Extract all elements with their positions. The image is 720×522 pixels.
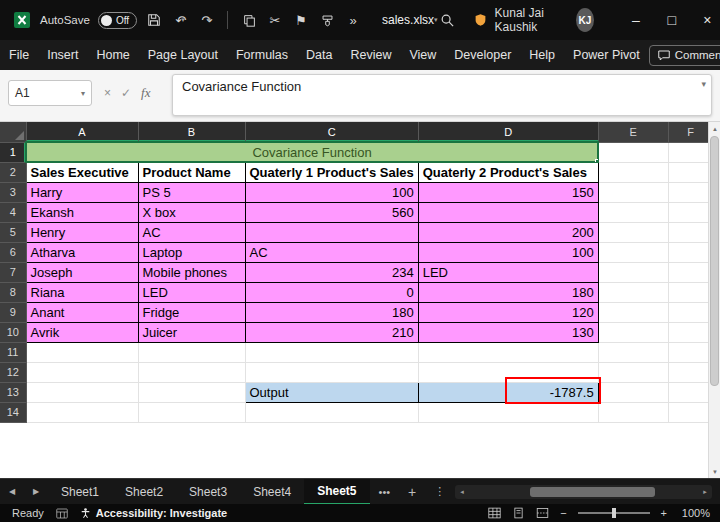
cell[interactable] (668, 262, 713, 282)
select-all-button[interactable] (0, 122, 26, 142)
horizontal-scrollbar[interactable]: ◂ ▸ (455, 485, 712, 499)
more-sheets-icon[interactable]: ••• (370, 486, 400, 498)
minimize-button[interactable]: – (618, 0, 654, 40)
cell[interactable] (598, 382, 668, 402)
cell[interactable]: Anant (26, 302, 138, 322)
scissors-icon[interactable]: ✂ (266, 7, 284, 33)
search-icon[interactable] (438, 7, 456, 33)
cell[interactable] (598, 182, 668, 202)
cell[interactable] (245, 362, 418, 382)
enter-button[interactable]: ✓ (121, 86, 131, 100)
row-header-14[interactable]: 14 (0, 402, 26, 422)
row-header-13[interactable]: 13 (0, 382, 26, 402)
cell[interactable] (598, 362, 668, 382)
collapse-formula-bar-icon[interactable]: ▾ (701, 79, 706, 89)
normal-view-button[interactable] (488, 507, 501, 519)
cell[interactable]: 180 (245, 302, 418, 322)
cell[interactable]: 130 (418, 322, 598, 342)
cell[interactable] (598, 342, 668, 362)
tab-sheet4[interactable]: Sheet4 (240, 479, 304, 505)
zoom-level[interactable]: 100% (678, 507, 710, 519)
scroll-down-icon[interactable]: ▼ (709, 465, 720, 478)
cell[interactable]: Riana (26, 282, 138, 302)
zoom-in-button[interactable]: + (661, 507, 667, 519)
cell-header[interactable]: Product Name (138, 162, 245, 182)
tab-home[interactable]: Home (87, 40, 138, 70)
cell[interactable]: LED (418, 262, 598, 282)
cell[interactable]: 0 (245, 282, 418, 302)
row-header-1[interactable]: 1 (0, 142, 26, 162)
cell[interactable]: AC (138, 222, 245, 242)
cancel-button[interactable]: × (104, 86, 111, 100)
cell[interactable] (668, 202, 713, 222)
format-painter-icon[interactable] (318, 7, 336, 33)
row-header-4[interactable]: 4 (0, 202, 26, 222)
comments-button[interactable]: Comments (649, 45, 720, 66)
cell[interactable] (598, 302, 668, 322)
cell[interactable]: Avrik (26, 322, 138, 342)
cell-header[interactable]: Sales Executive (26, 162, 138, 182)
cell[interactable]: 180 (418, 282, 598, 302)
row-header-12[interactable]: 12 (0, 362, 26, 382)
row-header-2[interactable]: 2 (0, 162, 26, 182)
cell[interactable]: 234 (245, 262, 418, 282)
cell[interactable]: 120 (418, 302, 598, 322)
fill-handle[interactable] (595, 159, 599, 163)
cell[interactable]: Henry (26, 222, 138, 242)
clipboard-icon[interactable] (240, 7, 258, 33)
tab-power-pivot[interactable]: Power Pivot (564, 40, 649, 70)
cell[interactable] (598, 142, 668, 162)
column-header-f[interactable]: F (668, 122, 713, 142)
column-header-d[interactable]: D (418, 122, 598, 142)
cell[interactable] (245, 342, 418, 362)
cell[interactable] (668, 362, 713, 382)
account-button[interactable]: Kunal Jai Kaushik KJ (474, 6, 595, 34)
cell[interactable] (668, 382, 713, 402)
cell[interactable] (668, 402, 713, 422)
tab-review[interactable]: Review (341, 40, 400, 70)
cell[interactable]: 200 (418, 222, 598, 242)
save-icon[interactable] (145, 7, 163, 33)
row-header-10[interactable]: 10 (0, 322, 26, 342)
cell[interactable] (668, 342, 713, 362)
cell[interactable]: AC (245, 242, 418, 262)
cell[interactable] (598, 222, 668, 242)
next-sheet-icon[interactable]: ▶ (24, 487, 48, 496)
tab-sheet3[interactable]: Sheet3 (176, 479, 240, 505)
cell-a1-merged-title[interactable]: Covariance Function (26, 142, 598, 162)
redo-button[interactable]: ↷▾ (197, 7, 215, 33)
column-header-c[interactable]: C (245, 122, 418, 142)
formula-input[interactable]: Covariance Function (172, 74, 712, 116)
column-header-b[interactable]: B (138, 122, 245, 142)
cell[interactable] (418, 342, 598, 362)
add-sheet-button[interactable]: + (399, 484, 425, 500)
cell[interactable]: Harry (26, 182, 138, 202)
flag-icon[interactable]: ⚑ (292, 7, 310, 33)
tab-sheet2[interactable]: Sheet2 (112, 479, 176, 505)
cell[interactable]: X box (138, 202, 245, 222)
more-commands-icon[interactable]: » (344, 7, 362, 33)
cell[interactable] (418, 202, 598, 222)
cell[interactable] (668, 242, 713, 262)
scroll-up-icon[interactable]: ▲ (709, 122, 720, 135)
row-header-8[interactable]: 8 (0, 282, 26, 302)
cell[interactable] (668, 182, 713, 202)
cell[interactable] (598, 402, 668, 422)
cell[interactable]: LED (138, 282, 245, 302)
row-header-6[interactable]: 6 (0, 242, 26, 262)
maximize-button[interactable]: □ (654, 0, 690, 40)
cell[interactable] (598, 282, 668, 302)
zoom-slider[interactable] (578, 512, 650, 514)
zoom-slider-knob[interactable] (612, 508, 616, 518)
tab-developer[interactable]: Developer (445, 40, 520, 70)
vertical-scrollbar[interactable]: ▲ ▼ (708, 122, 720, 478)
macro-record-icon[interactable] (56, 508, 68, 519)
cell[interactable] (668, 162, 713, 182)
tab-page-layout[interactable]: Page Layout (139, 40, 227, 70)
cell-output-value[interactable]: -1787.5 (418, 382, 598, 402)
tab-help[interactable]: Help (520, 40, 564, 70)
tab-sheet1[interactable]: Sheet1 (48, 479, 112, 505)
cell[interactable] (598, 242, 668, 262)
cell[interactable]: 210 (245, 322, 418, 342)
autosave-toggle[interactable]: Off (98, 12, 137, 29)
